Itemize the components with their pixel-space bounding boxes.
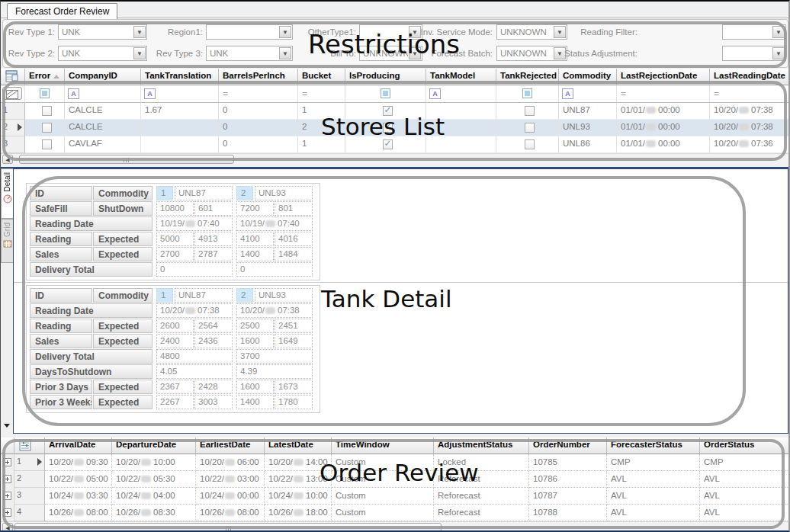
orders-col-departuredate[interactable]: DepartureDate <box>112 437 196 454</box>
rev-type-2-combo[interactable]: UNK▼ <box>58 46 147 61</box>
cell-lastrejectiondate[interactable]: 01/01/00:00 <box>617 120 710 136</box>
cell-barrelsperinch[interactable]: 0 <box>219 120 298 136</box>
orders-col-forecasterstatus[interactable]: ForecasterStatus <box>607 437 700 454</box>
filter-companyid[interactable]: A <box>65 85 141 103</box>
stores-col-lastreadingdate[interactable]: LastReadingDate <box>710 69 790 85</box>
cell-isproducing[interactable] <box>345 136 426 153</box>
cell-timewindow[interactable]: Custom <box>332 471 434 488</box>
checkbox-unchecked[interactable] <box>525 123 535 133</box>
cell-ordernumber[interactable]: 10787 <box>529 488 607 505</box>
stores-col-commodity[interactable]: Commodity <box>559 69 617 85</box>
cell-orderstatus[interactable]: AVL <box>700 471 790 488</box>
cell-bucket[interactable]: 1 <box>298 103 345 120</box>
cell-isproducing[interactable] <box>345 120 426 136</box>
cell-error[interactable] <box>25 136 65 153</box>
chevron-down-icon[interactable]: ▼ <box>772 47 785 59</box>
checkbox-checked[interactable] <box>383 139 393 149</box>
cell-commodity[interactable]: UNL86 <box>559 136 617 153</box>
cell-bucket[interactable]: 1 <box>298 136 345 153</box>
cell-forecasterstatus[interactable]: AVL <box>607 471 700 488</box>
cell-latestdate[interactable]: 10/20/14:00 <box>265 454 332 471</box>
tab-detail[interactable]: Detail <box>1 168 13 219</box>
cell-tanktranslation[interactable] <box>141 136 219 153</box>
cell-tanktranslation[interactable] <box>141 120 219 136</box>
cell-commodity[interactable]: UNL87 <box>559 103 617 120</box>
cell-latestdate[interactable]: 10/24/10:00 <box>265 488 332 505</box>
tank-1-id[interactable]: 1 <box>156 288 173 303</box>
reading-filter-combo[interactable]: ▼ <box>722 24 786 40</box>
cell-timewindow[interactable]: Custom <box>332 488 434 505</box>
stores-col-bucket[interactable]: Bucket <box>298 69 345 85</box>
expand-plus-icon[interactable] <box>3 492 11 500</box>
cell-ordernumber[interactable]: 10788 <box>529 505 607 521</box>
cell-tankrejected[interactable] <box>496 103 559 120</box>
expand-cell[interactable] <box>1 505 14 521</box>
cell-earliestdate[interactable]: 10/20/06:00 <box>196 454 265 471</box>
status-adjustment-combo[interactable]: ▼ <box>722 46 786 61</box>
cell-arrivaldate[interactable]: 10/24/03:30 <box>45 488 112 505</box>
cell-companyid[interactable]: CALCLE <box>65 120 141 136</box>
row-selector[interactable]: 2 <box>14 471 45 488</box>
row-selector-active[interactable]: 1 <box>14 454 45 471</box>
stores-col-lastrejectiondate[interactable]: LastRejectionDate <box>617 69 710 85</box>
cell-error[interactable] <box>25 120 65 136</box>
cell-arrivaldate[interactable]: 10/26/08:00 <box>45 505 112 521</box>
cell-orderstatus[interactable]: CMP <box>700 454 790 471</box>
tab-scroll-down-icon[interactable] <box>4 424 10 428</box>
expand-plus-icon[interactable] <box>3 458 11 466</box>
cell-lastreadingdate[interactable]: 10/20/07:38 <box>710 103 790 120</box>
chevron-down-icon[interactable]: ▼ <box>279 26 291 38</box>
checkbox-unchecked[interactable] <box>42 123 52 133</box>
region1-combo[interactable]: ▼ <box>206 24 293 40</box>
rev-type-1-combo[interactable]: UNK▼ <box>58 24 147 40</box>
cell-companyid[interactable]: CALCLE <box>65 103 141 120</box>
cell-ordernumber[interactable]: 10785 <box>529 454 607 471</box>
filter-bucket[interactable]: = <box>298 85 345 103</box>
cell-forecasterstatus[interactable]: CMP <box>607 454 700 471</box>
cell-orderstatus[interactable]: AVL <box>700 488 790 505</box>
cell-tankmodel[interactable] <box>426 120 496 136</box>
row-selector[interactable]: 3 <box>14 488 45 505</box>
cell-latestdate[interactable]: 10/22/13:00 <box>265 471 332 488</box>
cell-tankmodel[interactable] <box>426 103 496 120</box>
scrollbar-thumb[interactable] <box>14 523 442 532</box>
cell-bucket[interactable]: 2 <box>298 120 345 136</box>
checkbox-unchecked[interactable] <box>42 106 52 116</box>
filter-tanktranslation[interactable]: A <box>141 85 219 103</box>
orders-horizontal-scrollbar[interactable]: ◀ <box>1 521 790 532</box>
filter-barrelsperinch[interactable]: = <box>219 85 298 103</box>
filter-isproducing[interactable] <box>345 85 426 103</box>
cell-earliestdate[interactable]: 10/24/00:00 <box>196 488 265 505</box>
tank-2-id[interactable]: 2 <box>236 186 253 200</box>
cell-timewindow[interactable]: Custom <box>332 454 434 471</box>
stores-col-tankrejected[interactable]: TankRejected <box>496 69 559 85</box>
filter-error[interactable] <box>25 85 65 103</box>
filter-clear-icon[interactable] <box>2 87 22 100</box>
expand-cell[interactable] <box>1 488 14 505</box>
checkbox-unchecked[interactable] <box>525 139 535 149</box>
expand-plus-icon[interactable] <box>3 508 11 517</box>
checkbox-checked[interactable] <box>383 123 393 133</box>
stores-col-companyid[interactable]: CompanyID <box>65 69 141 85</box>
cell-lastreadingdate[interactable]: 10/20/07:38 <box>710 120 790 136</box>
cell-earliestdate[interactable]: 10/26/08:00 <box>196 505 265 521</box>
cell-barrelsperinch[interactable]: 0 <box>219 103 298 120</box>
orders-col-arrivaldate[interactable]: ArrivalDate <box>45 437 112 454</box>
rev-type-3-combo[interactable]: UNK▼ <box>206 46 293 61</box>
tab-forecast-order-review[interactable]: Forecast Order Review <box>7 3 117 19</box>
cell-commodity[interactable]: UNL93 <box>559 120 617 136</box>
filter-selector-cell[interactable] <box>1 85 25 103</box>
cell-tankmodel[interactable] <box>426 136 496 153</box>
chevron-down-icon[interactable]: ▼ <box>772 26 785 38</box>
inv-service-mode-combo[interactable]: UNKNOWN▼ <box>496 24 567 40</box>
cell-departuredate[interactable]: 10/20/10:00 <box>112 454 196 471</box>
stores-col-isproducing[interactable]: IsProducing <box>345 69 426 85</box>
cell-forecasterstatus[interactable]: AVL <box>607 488 700 505</box>
checkbox-checked[interactable] <box>383 106 393 116</box>
cell-tanktranslation[interactable]: 1.67 <box>141 103 219 120</box>
checkbox-unchecked[interactable] <box>42 139 52 149</box>
stores-corner-button[interactable] <box>1 69 25 85</box>
stores-col-tanktranslation[interactable]: TankTranslation <box>141 69 219 85</box>
scroll-left-icon[interactable]: ◀ <box>2 523 13 532</box>
filter-tankrejected[interactable] <box>496 85 559 103</box>
